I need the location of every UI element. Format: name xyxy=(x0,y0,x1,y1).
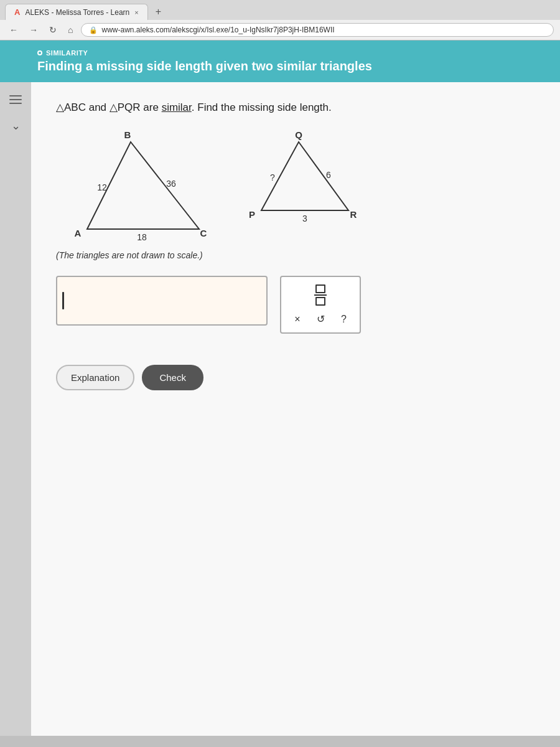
tab-close-button[interactable]: × xyxy=(134,9,138,16)
triangle-abc: B A C 12 36 18 xyxy=(75,129,212,244)
problem-area: △ABC and △PQR are similar. Find the miss… xyxy=(31,82,560,736)
side-pr-label: 3 xyxy=(302,214,307,223)
topic-text: SIMILARITY xyxy=(46,49,88,57)
url-text: www-awn.aleks.com/alekscgi/x/Isl.exe/1o_… xyxy=(101,26,334,34)
browser-chrome: A ALEKS - Melissa Torres - Learn × + ← →… xyxy=(0,0,560,40)
address-bar-row: ← → ↻ ⌂ 🔒 www-awn.aleks.com/alekscgi/x/I… xyxy=(0,20,560,40)
aleks-header: SIMILARITY Finding a missing side length… xyxy=(0,40,560,82)
keypad-top xyxy=(290,283,351,307)
reload-button[interactable]: ↻ xyxy=(46,24,60,36)
explanation-button[interactable]: Explanation xyxy=(56,365,134,390)
main-layout: ⌄ △ABC and △PQR are similar. Find the mi… xyxy=(0,82,560,736)
topic-dot xyxy=(37,50,42,55)
new-tab-button[interactable]: + xyxy=(151,4,166,20)
side-pq-label: ? xyxy=(270,172,275,182)
home-button[interactable]: ⌂ xyxy=(65,24,76,36)
math-keypad: × ↺ ? xyxy=(280,276,361,334)
tab-title: ALEKS - Melissa Torres - Learn xyxy=(25,8,129,17)
answer-input-box[interactable] xyxy=(56,276,268,326)
label-r: R xyxy=(350,209,357,220)
triangle-pqr: Q P R ? 6 3 xyxy=(249,129,361,225)
keypad-bottom: × ↺ ? xyxy=(290,312,351,326)
menu-icon[interactable] xyxy=(6,92,26,108)
active-tab[interactable]: A ALEKS - Melissa Torres - Learn × xyxy=(5,4,148,20)
lock-icon: 🔒 xyxy=(89,26,98,34)
times-button[interactable]: × xyxy=(291,312,304,326)
statement-part2: . Find the missing side length. xyxy=(192,101,332,113)
label-c: C xyxy=(200,228,207,238)
triangle-pqr-svg: Q P R ? 6 3 xyxy=(249,129,361,223)
problem-title: Finding a missing side length given two … xyxy=(37,59,548,73)
sidebar: ⌄ xyxy=(0,82,31,736)
tab-favicon: A xyxy=(14,7,20,17)
problem-statement: △ABC and △PQR are similar. Find the miss… xyxy=(56,101,535,114)
label-b: B xyxy=(124,129,131,140)
triangle-abc-svg: B A C 12 36 18 xyxy=(75,129,212,242)
frac-line xyxy=(314,294,327,296)
tab-bar: A ALEKS - Melissa Torres - Learn × + xyxy=(0,0,560,20)
menu-line-2 xyxy=(9,99,22,100)
side-ac-label: 18 xyxy=(137,232,147,242)
bottom-buttons: Explanation Check xyxy=(56,365,535,390)
label-a: A xyxy=(75,228,82,238)
collapse-chevron[interactable]: ⌄ xyxy=(11,119,21,133)
side-bc-label: 36 xyxy=(166,179,176,189)
menu-line-3 xyxy=(9,103,22,104)
back-button[interactable]: ← xyxy=(6,24,21,36)
label-q: Q xyxy=(295,129,302,140)
side-ab-label: 12 xyxy=(97,182,107,192)
cursor-indicator xyxy=(62,292,64,309)
scale-note: (The triangles are not drawn to scale.) xyxy=(56,250,535,260)
answer-row: × ↺ ? xyxy=(56,276,535,334)
similar-link[interactable]: similar xyxy=(162,101,192,113)
forward-button[interactable]: → xyxy=(26,24,41,36)
help-button[interactable]: ? xyxy=(337,312,350,326)
statement-part1: △ABC and △PQR are xyxy=(56,101,162,113)
frac-numerator-box xyxy=(315,284,325,293)
triangles-container: B A C 12 36 18 Q xyxy=(75,129,535,244)
menu-line-1 xyxy=(9,95,22,96)
fraction-icon xyxy=(314,284,327,306)
side-qr-label: 6 xyxy=(326,170,331,180)
topic-label: SIMILARITY xyxy=(37,49,548,57)
fraction-button[interactable] xyxy=(310,283,330,307)
undo-button[interactable]: ↺ xyxy=(313,312,329,326)
check-button[interactable]: Check xyxy=(142,365,203,390)
address-bar[interactable]: 🔒 www-awn.aleks.com/alekscgi/x/Isl.exe/1… xyxy=(81,23,554,37)
frac-denominator-box xyxy=(315,297,325,306)
page-content: SIMILARITY Finding a missing side length… xyxy=(0,40,560,736)
label-p: P xyxy=(249,209,255,220)
